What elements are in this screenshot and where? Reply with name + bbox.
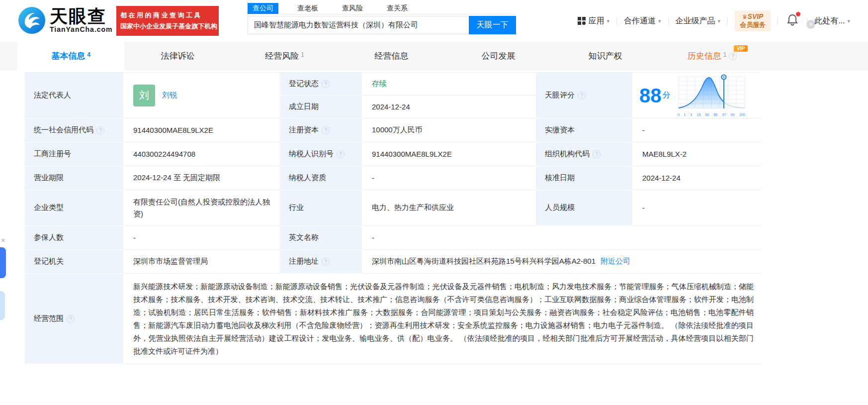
svip-member-button[interactable]: ♛SVIP 会员服务 xyxy=(735,10,771,31)
industry-label: 行业 xyxy=(280,190,362,226)
score-number: 88 xyxy=(639,86,662,105)
score-axis-ticks: 01 315 5085 9799 100 xyxy=(678,112,746,117)
reg-authority-value: 深圳市市场监督管理局 xyxy=(123,250,280,274)
search-tab-risk[interactable]: 查风险 xyxy=(337,3,368,14)
section-tabbar: 基本信息 4 法律诉讼 经营风险 1 经营信息 公司发展 知识产权 VIP 历史… xyxy=(0,42,868,70)
avatar[interactable]: 刘 xyxy=(133,85,155,106)
staff-size-value: - xyxy=(632,190,761,226)
nav-divider xyxy=(807,17,807,25)
nav-apps[interactable]: 应用 ▾ xyxy=(578,16,610,26)
help-icon[interactable]: ? xyxy=(729,52,737,60)
float-close-icon[interactable]: × xyxy=(1,236,5,244)
table-row: 登记机关 深圳市市场监督管理局 注册地址 ? 深圳市南山区粤海街道科技园社区科苑… xyxy=(25,250,761,274)
company-type-label: 企业类型 xyxy=(25,190,123,226)
nearby-companies-link[interactable]: 附近公司 xyxy=(601,257,630,266)
english-name-label: 英文名称 xyxy=(280,226,362,250)
chevron-down-icon: ▾ xyxy=(718,18,721,24)
tab-basic-info[interactable]: 基本信息 4 xyxy=(17,42,124,70)
search-tab-company[interactable]: 查公司 xyxy=(248,3,278,14)
search-tab-boss[interactable]: 查老板 xyxy=(292,3,323,14)
tab-intellectual-property[interactable]: 知识产权 xyxy=(552,42,659,70)
nav-enterprise-products[interactable]: 企业级产品 ▾ xyxy=(676,16,721,26)
search-tabs: 查公司 查老板 查风险 查关系 xyxy=(248,2,516,14)
paid-capital-label: 实缴资本 xyxy=(536,118,632,142)
insured-count-value: - xyxy=(123,226,280,250)
nav-divider xyxy=(778,17,778,25)
nav-cooperation-label: 合作通道 xyxy=(624,16,656,26)
reg-address-label: 注册地址 ? xyxy=(280,250,362,274)
reg-number-label: 工商注册号 xyxy=(25,142,123,166)
nav-divider xyxy=(668,17,669,25)
paid-capital-value: - xyxy=(632,118,761,142)
est-date-value: 2024-12-24 xyxy=(362,96,536,118)
float-sidebar-tab-secondary[interactable] xyxy=(0,291,5,320)
chevron-down-icon: ▾ xyxy=(607,18,610,24)
nav-cooperation[interactable]: 合作通道 ▾ xyxy=(624,16,661,26)
legal-rep-value: 刘 刘锐 xyxy=(123,73,280,118)
tab-count: 1 xyxy=(723,51,727,58)
help-icon[interactable]: ? xyxy=(322,258,330,266)
reg-address-text: 深圳市南山区粤海街道科技园社区科苑路15号科兴科学园A栋A2-801 xyxy=(372,257,596,266)
reg-authority-label: 登记机关 xyxy=(25,250,123,274)
vip-badge: VIP xyxy=(734,45,748,52)
table-row: 工商注册号 440300224494708 纳税人识别号 ? 91440300M… xyxy=(25,142,761,166)
help-icon[interactable]: ? xyxy=(67,315,75,323)
company-type-value: 有限责任公司(自然人投资或控股的法人独资) xyxy=(123,190,280,226)
slogan-badge: 都在用的商业查询工具 国家中小企业发展子基金旗下机构 xyxy=(116,6,219,36)
help-icon[interactable]: ? xyxy=(322,126,330,134)
float-sidebar-tab[interactable] xyxy=(0,247,6,278)
tab-operation-risk[interactable]: 经营风险 1 xyxy=(231,42,338,70)
tab-label: 历史信息 xyxy=(688,50,721,62)
tab-count: 1 xyxy=(301,51,304,58)
help-icon[interactable]: ? xyxy=(96,126,104,134)
notification-bell-icon[interactable] xyxy=(787,14,798,28)
tab-company-development[interactable]: 公司发展 xyxy=(445,42,552,70)
help-icon[interactable]: ? xyxy=(593,150,601,158)
tab-history-info[interactable]: VIP 历史信息 1 ? xyxy=(659,42,766,70)
slogan-line1: 都在用的商业查询工具 xyxy=(120,11,215,20)
notification-dot xyxy=(796,12,800,16)
table-row: 统一社会信用代码 ? 91440300MAE8L9LX2E 注册资本 ? 100… xyxy=(25,118,761,142)
search-tab-relation[interactable]: 查关系 xyxy=(382,3,413,14)
nav-enterprise-label: 企业级产品 xyxy=(676,16,715,26)
header-nav: 应用 ▾ 合作通道 ▾ 企业级产品 ▾ ♛SVIP 会员服务 xyxy=(578,0,850,42)
search-bar: 天眼一下 xyxy=(248,16,516,34)
taxpayer-id-label: 纳税人识别号 ? xyxy=(280,142,362,166)
score-value: 88 分 xyxy=(632,73,761,118)
tab-label: 经营风险 xyxy=(265,50,299,62)
help-icon[interactable]: ? xyxy=(337,150,345,158)
svip-line1: ♛SVIP xyxy=(740,13,766,21)
svip-line2: 会员服务 xyxy=(740,21,766,29)
search-button[interactable]: 天眼一下 xyxy=(469,16,516,34)
tab-legal-litigation[interactable]: 法律诉讼 xyxy=(124,42,231,70)
legal-rep-label: 法定代表人 xyxy=(25,73,123,118)
taxpayer-qual-value: - xyxy=(362,166,536,190)
approval-date-value: 2024-12-24 xyxy=(632,166,761,190)
table-row: 营业期限 2024-12-24 至 无固定期限 纳税人资质 - 核准日期 202… xyxy=(25,166,761,190)
tab-count: 4 xyxy=(87,51,90,58)
chevron-down-icon: ▾ xyxy=(847,18,850,24)
slogan-line2: 国家中小企业发展子基金旗下机构 xyxy=(120,22,215,31)
search-input[interactable] xyxy=(248,16,469,34)
reg-capital-value: 10000万人民币 xyxy=(362,118,536,142)
basic-info-table: 法定代表人 刘 刘锐 登记状态 ? 存续 成立日期 2024-12-24 xyxy=(25,72,761,364)
tianyancha-logo[interactable]: 天眼查 TianYanCha.com xyxy=(18,6,113,34)
table-row: 经营范围 ? 新兴能源技术研发；新能源原动设备制造；新能源原动设备销售；光伏设备… xyxy=(25,274,761,364)
reg-status-label: 登记状态 ? xyxy=(280,73,362,96)
table-row: 成立日期 2024-12-24 xyxy=(280,96,536,118)
nav-user-more[interactable]: 此处有... ▾ xyxy=(814,16,850,26)
business-scope-label: 经营范围 ? xyxy=(25,274,123,364)
reg-capital-label: 注册资本 ? xyxy=(280,118,362,142)
help-icon[interactable]: ? xyxy=(578,92,586,100)
tab-label: 法律诉讼 xyxy=(161,50,195,62)
business-scope-value: 新兴能源技术研发；新能源原动设备制造；新能源原动设备销售；光伏设备及元器件制造；… xyxy=(123,274,761,364)
help-icon[interactable]: ? xyxy=(322,80,330,88)
legal-rep-link[interactable]: 刘锐 xyxy=(162,91,177,100)
insured-count-label: 参保人数 xyxy=(25,226,123,250)
credit-code-value: 91440300MAE8L9LX2E xyxy=(123,118,280,142)
staff-size-label: 人员规模 xyxy=(536,190,632,226)
taxpayer-qual-label: 纳税人资质 xyxy=(280,166,362,190)
industry-value: 电力、热力生产和供应业 xyxy=(362,190,536,226)
row1-middle-column: 登记状态 ? 存续 成立日期 2024-12-24 xyxy=(280,73,536,118)
tab-operation-info[interactable]: 经营信息 xyxy=(338,42,445,70)
